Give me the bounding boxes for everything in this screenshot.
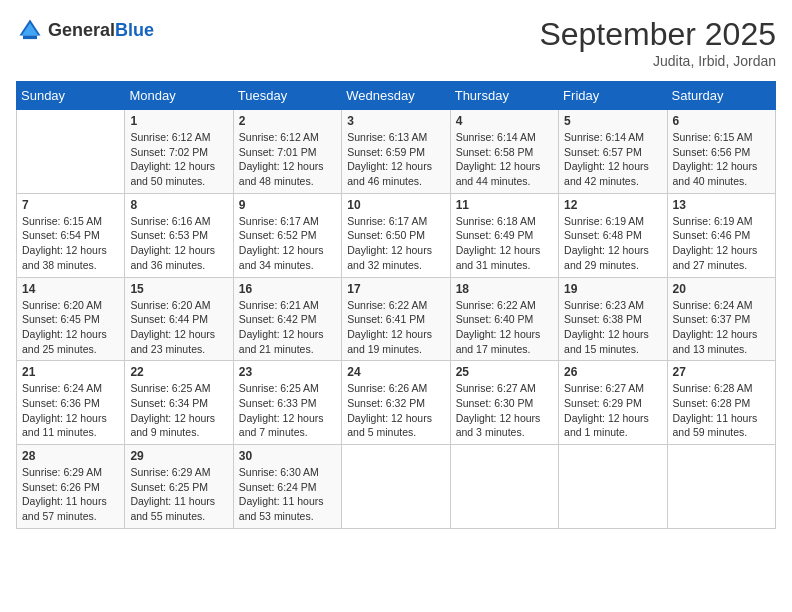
svg-rect-2 bbox=[23, 36, 37, 40]
cell-w4-d3: 23Sunrise: 6:25 AM Sunset: 6:33 PM Dayli… bbox=[233, 361, 341, 445]
cell-w1-d3: 2Sunrise: 6:12 AM Sunset: 7:01 PM Daylig… bbox=[233, 110, 341, 194]
cell-w3-d4: 17Sunrise: 6:22 AM Sunset: 6:41 PM Dayli… bbox=[342, 277, 450, 361]
day-number-6: 6 bbox=[673, 114, 770, 128]
logo-general-text: General bbox=[48, 20, 115, 40]
cell-w1-d4: 3Sunrise: 6:13 AM Sunset: 6:59 PM Daylig… bbox=[342, 110, 450, 194]
week-row-3: 14Sunrise: 6:20 AM Sunset: 6:45 PM Dayli… bbox=[17, 277, 776, 361]
day-info-6: Sunrise: 6:15 AM Sunset: 6:56 PM Dayligh… bbox=[673, 130, 770, 189]
cell-w2-d1: 7Sunrise: 6:15 AM Sunset: 6:54 PM Daylig… bbox=[17, 193, 125, 277]
cell-w1-d1 bbox=[17, 110, 125, 194]
header-tuesday: Tuesday bbox=[233, 82, 341, 110]
cell-w4-d2: 22Sunrise: 6:25 AM Sunset: 6:34 PM Dayli… bbox=[125, 361, 233, 445]
cell-w5-d2: 29Sunrise: 6:29 AM Sunset: 6:25 PM Dayli… bbox=[125, 445, 233, 529]
header-thursday: Thursday bbox=[450, 82, 558, 110]
cell-w5-d7 bbox=[667, 445, 775, 529]
cell-w4-d1: 21Sunrise: 6:24 AM Sunset: 6:36 PM Dayli… bbox=[17, 361, 125, 445]
day-number-28: 28 bbox=[22, 449, 119, 463]
day-number-9: 9 bbox=[239, 198, 336, 212]
day-info-17: Sunrise: 6:22 AM Sunset: 6:41 PM Dayligh… bbox=[347, 298, 444, 357]
cell-w5-d4 bbox=[342, 445, 450, 529]
day-number-16: 16 bbox=[239, 282, 336, 296]
cell-w2-d6: 12Sunrise: 6:19 AM Sunset: 6:48 PM Dayli… bbox=[559, 193, 667, 277]
day-number-24: 24 bbox=[347, 365, 444, 379]
header-saturday: Saturday bbox=[667, 82, 775, 110]
day-number-26: 26 bbox=[564, 365, 661, 379]
cell-w5-d6 bbox=[559, 445, 667, 529]
day-info-4: Sunrise: 6:14 AM Sunset: 6:58 PM Dayligh… bbox=[456, 130, 553, 189]
day-number-4: 4 bbox=[456, 114, 553, 128]
day-number-5: 5 bbox=[564, 114, 661, 128]
day-number-8: 8 bbox=[130, 198, 227, 212]
day-number-12: 12 bbox=[564, 198, 661, 212]
day-number-2: 2 bbox=[239, 114, 336, 128]
day-info-22: Sunrise: 6:25 AM Sunset: 6:34 PM Dayligh… bbox=[130, 381, 227, 440]
day-number-15: 15 bbox=[130, 282, 227, 296]
cell-w1-d6: 5Sunrise: 6:14 AM Sunset: 6:57 PM Daylig… bbox=[559, 110, 667, 194]
week-row-2: 7Sunrise: 6:15 AM Sunset: 6:54 PM Daylig… bbox=[17, 193, 776, 277]
day-info-1: Sunrise: 6:12 AM Sunset: 7:02 PM Dayligh… bbox=[130, 130, 227, 189]
cell-w3-d1: 14Sunrise: 6:20 AM Sunset: 6:45 PM Dayli… bbox=[17, 277, 125, 361]
cell-w1-d7: 6Sunrise: 6:15 AM Sunset: 6:56 PM Daylig… bbox=[667, 110, 775, 194]
cell-w2-d7: 13Sunrise: 6:19 AM Sunset: 6:46 PM Dayli… bbox=[667, 193, 775, 277]
week-row-5: 28Sunrise: 6:29 AM Sunset: 6:26 PM Dayli… bbox=[17, 445, 776, 529]
day-number-19: 19 bbox=[564, 282, 661, 296]
cell-w4-d7: 27Sunrise: 6:28 AM Sunset: 6:28 PM Dayli… bbox=[667, 361, 775, 445]
title-block: September 2025 Judita, Irbid, Jordan bbox=[539, 16, 776, 69]
day-info-14: Sunrise: 6:20 AM Sunset: 6:45 PM Dayligh… bbox=[22, 298, 119, 357]
day-number-18: 18 bbox=[456, 282, 553, 296]
day-number-10: 10 bbox=[347, 198, 444, 212]
day-number-14: 14 bbox=[22, 282, 119, 296]
header-sunday: Sunday bbox=[17, 82, 125, 110]
day-info-28: Sunrise: 6:29 AM Sunset: 6:26 PM Dayligh… bbox=[22, 465, 119, 524]
location-text: Judita, Irbid, Jordan bbox=[539, 53, 776, 69]
day-info-3: Sunrise: 6:13 AM Sunset: 6:59 PM Dayligh… bbox=[347, 130, 444, 189]
day-info-20: Sunrise: 6:24 AM Sunset: 6:37 PM Dayligh… bbox=[673, 298, 770, 357]
page-header: GeneralBlue September 2025 Judita, Irbid… bbox=[16, 16, 776, 69]
cell-w3-d5: 18Sunrise: 6:22 AM Sunset: 6:40 PM Dayli… bbox=[450, 277, 558, 361]
calendar-body: 1Sunrise: 6:12 AM Sunset: 7:02 PM Daylig… bbox=[17, 110, 776, 529]
day-number-25: 25 bbox=[456, 365, 553, 379]
day-info-15: Sunrise: 6:20 AM Sunset: 6:44 PM Dayligh… bbox=[130, 298, 227, 357]
calendar-table: Sunday Monday Tuesday Wednesday Thursday… bbox=[16, 81, 776, 529]
day-number-7: 7 bbox=[22, 198, 119, 212]
header-wednesday: Wednesday bbox=[342, 82, 450, 110]
day-info-16: Sunrise: 6:21 AM Sunset: 6:42 PM Dayligh… bbox=[239, 298, 336, 357]
day-number-1: 1 bbox=[130, 114, 227, 128]
cell-w4-d6: 26Sunrise: 6:27 AM Sunset: 6:29 PM Dayli… bbox=[559, 361, 667, 445]
day-info-25: Sunrise: 6:27 AM Sunset: 6:30 PM Dayligh… bbox=[456, 381, 553, 440]
day-info-26: Sunrise: 6:27 AM Sunset: 6:29 PM Dayligh… bbox=[564, 381, 661, 440]
day-number-17: 17 bbox=[347, 282, 444, 296]
cell-w2-d5: 11Sunrise: 6:18 AM Sunset: 6:49 PM Dayli… bbox=[450, 193, 558, 277]
cell-w5-d1: 28Sunrise: 6:29 AM Sunset: 6:26 PM Dayli… bbox=[17, 445, 125, 529]
day-number-29: 29 bbox=[130, 449, 227, 463]
day-number-3: 3 bbox=[347, 114, 444, 128]
day-info-11: Sunrise: 6:18 AM Sunset: 6:49 PM Dayligh… bbox=[456, 214, 553, 273]
week-row-1: 1Sunrise: 6:12 AM Sunset: 7:02 PM Daylig… bbox=[17, 110, 776, 194]
cell-w4-d5: 25Sunrise: 6:27 AM Sunset: 6:30 PM Dayli… bbox=[450, 361, 558, 445]
cell-w5-d3: 30Sunrise: 6:30 AM Sunset: 6:24 PM Dayli… bbox=[233, 445, 341, 529]
day-info-7: Sunrise: 6:15 AM Sunset: 6:54 PM Dayligh… bbox=[22, 214, 119, 273]
day-number-22: 22 bbox=[130, 365, 227, 379]
cell-w2-d4: 10Sunrise: 6:17 AM Sunset: 6:50 PM Dayli… bbox=[342, 193, 450, 277]
day-info-19: Sunrise: 6:23 AM Sunset: 6:38 PM Dayligh… bbox=[564, 298, 661, 357]
day-info-23: Sunrise: 6:25 AM Sunset: 6:33 PM Dayligh… bbox=[239, 381, 336, 440]
day-info-30: Sunrise: 6:30 AM Sunset: 6:24 PM Dayligh… bbox=[239, 465, 336, 524]
cell-w3-d7: 20Sunrise: 6:24 AM Sunset: 6:37 PM Dayli… bbox=[667, 277, 775, 361]
day-info-2: Sunrise: 6:12 AM Sunset: 7:01 PM Dayligh… bbox=[239, 130, 336, 189]
cell-w5-d5 bbox=[450, 445, 558, 529]
day-info-24: Sunrise: 6:26 AM Sunset: 6:32 PM Dayligh… bbox=[347, 381, 444, 440]
day-info-10: Sunrise: 6:17 AM Sunset: 6:50 PM Dayligh… bbox=[347, 214, 444, 273]
week-row-4: 21Sunrise: 6:24 AM Sunset: 6:36 PM Dayli… bbox=[17, 361, 776, 445]
cell-w1-d5: 4Sunrise: 6:14 AM Sunset: 6:58 PM Daylig… bbox=[450, 110, 558, 194]
day-number-30: 30 bbox=[239, 449, 336, 463]
day-info-27: Sunrise: 6:28 AM Sunset: 6:28 PM Dayligh… bbox=[673, 381, 770, 440]
day-info-5: Sunrise: 6:14 AM Sunset: 6:57 PM Dayligh… bbox=[564, 130, 661, 189]
day-number-27: 27 bbox=[673, 365, 770, 379]
cell-w1-d2: 1Sunrise: 6:12 AM Sunset: 7:02 PM Daylig… bbox=[125, 110, 233, 194]
day-number-23: 23 bbox=[239, 365, 336, 379]
day-info-8: Sunrise: 6:16 AM Sunset: 6:53 PM Dayligh… bbox=[130, 214, 227, 273]
calendar-header: Sunday Monday Tuesday Wednesday Thursday… bbox=[17, 82, 776, 110]
day-number-13: 13 bbox=[673, 198, 770, 212]
cell-w2-d2: 8Sunrise: 6:16 AM Sunset: 6:53 PM Daylig… bbox=[125, 193, 233, 277]
cell-w2-d3: 9Sunrise: 6:17 AM Sunset: 6:52 PM Daylig… bbox=[233, 193, 341, 277]
